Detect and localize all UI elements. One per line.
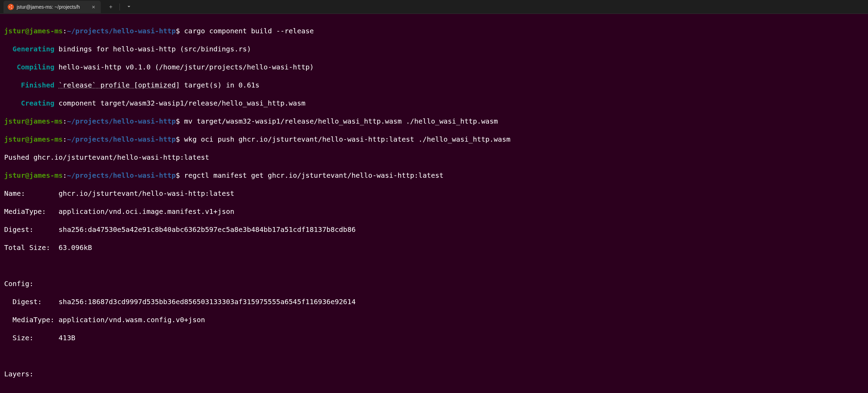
tab-controls: + — [106, 2, 134, 11]
manifest-totalsize-label: Total Size: — [4, 243, 50, 252]
config-mediatype-value: application/vnd.wasm.config.v0+json — [59, 316, 205, 324]
manifest-digest-value: sha256:da47530e5a42e91c8b40abc6362b597ec… — [59, 225, 356, 234]
config-size-value: 413B — [59, 334, 75, 342]
config-digest-value: sha256:18687d3cd9997d535bb36ed8565031333… — [59, 298, 356, 306]
finished-text: target(s) in 0.61s — [180, 81, 260, 89]
compiling-text: hello-wasi-http v0.1.0 (/home/jstur/proj… — [55, 63, 314, 71]
command-1: cargo component build --release — [184, 27, 314, 35]
manifest-mediatype-value: application/vnd.oci.image.manifest.v1+js… — [59, 207, 235, 216]
manifest-mediatype-label: MediaType: — [4, 207, 46, 216]
prompt-path: ~/projects/hello-wasi-http — [67, 117, 176, 125]
manifest-digest-label: Digest: — [4, 225, 33, 234]
command-3: wkg oci push ghcr.io/jsturtevant/hello-w… — [184, 135, 510, 143]
manifest-name-value: ghcr.io/jsturtevant/hello-wasi-http:late… — [59, 189, 235, 198]
manifest-name-label: Name: — [4, 189, 25, 198]
tab-title: jstur@james-ms: ~/projects/h — [17, 4, 88, 10]
prompt-path: ~/projects/hello-wasi-http — [67, 27, 176, 35]
config-header: Config: — [4, 279, 33, 288]
manifest-totalsize-value: 63.096kB — [59, 243, 92, 252]
prompt-path: ~/projects/hello-wasi-http — [67, 171, 176, 179]
prompt-symbol: $ — [176, 171, 180, 179]
divider — [120, 3, 120, 10]
tab-dropdown-button[interactable] — [124, 2, 134, 11]
add-tab-button[interactable]: + — [106, 2, 115, 11]
push-output: Pushed ghcr.io/jsturtevant/hello-wasi-ht… — [4, 153, 209, 161]
prompt-symbol: $ — [176, 135, 180, 143]
title-bar: jstur@james-ms: ~/projects/h ✕ + — [0, 0, 868, 14]
finished-profile: `release` profile [optimized] — [59, 81, 180, 89]
ubuntu-icon — [8, 4, 14, 10]
terminal-content[interactable]: jstur@james-ms:~/projects/hello-wasi-htt… — [0, 14, 868, 393]
step-finished: Finished — [21, 81, 54, 89]
step-creating: Creating — [21, 99, 54, 107]
prompt-user-host: jstur@james-ms — [4, 135, 63, 143]
prompt-user-host: jstur@james-ms — [4, 117, 63, 125]
config-size-label: Size: — [13, 334, 33, 342]
generating-text: bindings for hello-wasi-http (src/bindin… — [55, 45, 251, 53]
prompt-symbol: $ — [176, 27, 180, 35]
layers-header: Layers: — [4, 370, 33, 378]
close-icon[interactable]: ✕ — [90, 3, 97, 10]
command-4: regctl manifest get ghcr.io/jsturtevant/… — [184, 171, 444, 179]
svg-point-0 — [9, 6, 10, 7]
terminal-tab[interactable]: jstur@james-ms: ~/projects/h ✕ — [3, 1, 101, 13]
prompt-user-host: jstur@james-ms — [4, 171, 63, 179]
config-mediatype-label: MediaType: — [13, 316, 54, 324]
step-generating: Generating — [13, 45, 54, 53]
svg-point-2 — [11, 8, 12, 9]
creating-text: component target/wasm32-wasip1/release/h… — [55, 99, 305, 107]
svg-point-1 — [11, 5, 12, 6]
step-compiling: Compiling — [17, 63, 54, 71]
command-2: mv target/wasm32-wasip1/release/hello_wa… — [184, 117, 498, 125]
prompt-path: ~/projects/hello-wasi-http — [67, 135, 176, 143]
config-digest-label: Digest: — [13, 298, 42, 306]
prompt-symbol: $ — [176, 117, 180, 125]
prompt-user-host: jstur@james-ms — [4, 27, 63, 35]
